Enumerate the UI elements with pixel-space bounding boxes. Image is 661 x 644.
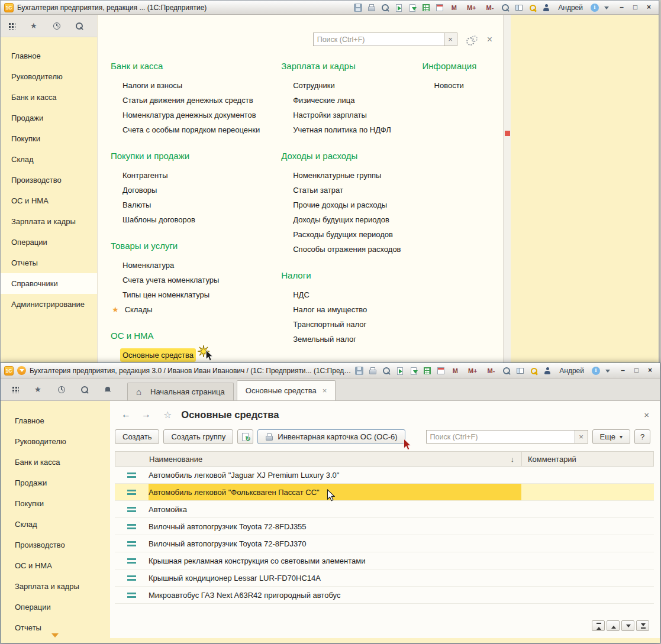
panel-link[interactable]: Контрагенты	[122, 168, 260, 183]
cell-name[interactable]: Крышный кондиционер Lessar LUR-FD70HC14A	[149, 569, 521, 586]
section-title[interactable]: Банк и касса	[111, 60, 260, 72]
sidebar-item[interactable]: Склад	[1, 149, 97, 170]
tab-close-icon[interactable]: ×	[323, 386, 327, 395]
cell-name[interactable]: Автомойка	[149, 501, 521, 517]
table-row[interactable]: Вилочный автопогрузчик Toyota 72-8FDJ355	[115, 518, 654, 535]
table-row[interactable]: Автомобиль легковой "Jaguar XJ Premium L…	[115, 467, 654, 484]
panel-link-label[interactable]: Способы отражения расходов	[293, 245, 401, 254]
sidebar-item[interactable]: ОС и НМА	[1, 190, 97, 211]
create-group-button[interactable]: Создать группу	[163, 429, 233, 444]
table-icon[interactable]	[422, 4, 430, 12]
section-title[interactable]: Товары и услуги	[111, 240, 260, 252]
panel-link[interactable]: Статьи затрат	[293, 183, 401, 198]
sidebar-item[interactable]: Производство	[1, 170, 97, 190]
panel-link[interactable]: Настройки зарплаты	[293, 108, 401, 122]
panel-link[interactable]: Способы отражения расходов	[293, 242, 401, 257]
clear-search-button[interactable]: ×	[575, 430, 588, 444]
table-row[interactable]: Крышная рекламная конструкция со световы…	[115, 552, 654, 569]
panel-link-label[interactable]: Земельный налог	[293, 335, 356, 344]
import-icon[interactable]	[410, 367, 418, 375]
section-title[interactable]: Зарплата и кадры	[281, 60, 401, 72]
minimize-button[interactable]: –	[617, 365, 629, 376]
panel-link[interactable]: Новости	[434, 78, 477, 93]
star-icon[interactable]	[30, 22, 38, 30]
memory-add-button[interactable]: М+	[466, 366, 480, 376]
split-icon[interactable]	[516, 367, 524, 375]
panel-link[interactable]: Прочие доходы и расходы	[293, 198, 401, 212]
export-icon[interactable]	[395, 4, 403, 12]
sidebar-item[interactable]: Справочники	[1, 273, 97, 294]
section-title[interactable]: Информация	[423, 60, 477, 72]
panel-link[interactable]: Налоги и взносы	[122, 78, 260, 93]
panel-link-label[interactable]: Новости	[434, 81, 464, 90]
scroll-up-icon[interactable]	[607, 620, 620, 631]
column-header-comment[interactable]: Комментарий	[522, 455, 653, 464]
table-row[interactable]: Вилочный автопогрузчик Toyota 72-8FDJ370	[115, 535, 654, 552]
print-icon[interactable]	[367, 4, 376, 12]
panel-link-label[interactable]: Склады	[125, 305, 153, 314]
forward-button[interactable]: →	[138, 407, 154, 422]
menu-icon[interactable]	[11, 386, 20, 394]
info-icon[interactable]	[592, 367, 600, 375]
panel-link-label[interactable]: Номенклатурные группы	[293, 171, 381, 180]
panel-link-label[interactable]: Физические лица	[293, 96, 354, 105]
panel-link[interactable]: Транспортный налог	[293, 317, 401, 332]
sidebar-item[interactable]: Руководителю	[1, 66, 97, 87]
panel-link[interactable]: Счета с особым порядком переоценки	[122, 122, 260, 137]
info-icon[interactable]	[591, 4, 599, 12]
minimize-button[interactable]: –	[615, 2, 628, 12]
table-row[interactable]: Крышный кондиционер Lessar LUR-FD70HC14A	[115, 569, 654, 587]
key-icon[interactable]	[528, 4, 537, 12]
panel-link-label[interactable]: Счета с особым порядком переоценки	[122, 125, 260, 134]
cell-name[interactable]: Вилочный автопогрузчик Toyota 72-8FDJ355	[149, 518, 521, 535]
sidebar-item[interactable]: Банк и касса	[1, 87, 97, 108]
user-icon[interactable]	[542, 4, 550, 12]
panel-link-label[interactable]: Договоры	[122, 186, 157, 195]
back-button[interactable]: ←	[118, 407, 134, 422]
sidebar-item[interactable]: Склад	[1, 514, 110, 535]
sidebar-scroll-down-icon[interactable]	[51, 633, 59, 641]
sidebar-item[interactable]: Главное	[1, 410, 110, 431]
preview-icon[interactable]	[381, 4, 389, 12]
sidebar-item[interactable]: Администрирование	[1, 294, 97, 315]
inventory-card-button[interactable]: Инвентарная карточка ОС (ОС-6)	[257, 429, 405, 444]
panel-link[interactable]: Типы цен номенклатуры	[122, 287, 260, 302]
scroll-bottom-icon[interactable]	[636, 620, 649, 631]
panel-scrollbar[interactable]	[503, 15, 511, 368]
key-icon[interactable]	[530, 367, 538, 375]
panel-link-label[interactable]: Прочие доходы и расходы	[293, 200, 387, 209]
sort-desc-icon[interactable]: ↓	[511, 455, 515, 464]
tab[interactable]: Начальная страница	[127, 383, 234, 400]
panel-link-label[interactable]: Номенклатура денежных документов	[122, 111, 256, 119]
preview-icon[interactable]	[382, 367, 391, 375]
panel-link-label[interactable]: НДС	[293, 290, 309, 299]
panel-link[interactable]: Шаблоны договоров	[122, 212, 260, 227]
panel-link-label[interactable]: Валюты	[122, 200, 151, 209]
split-icon[interactable]	[515, 4, 523, 12]
panel-link-label[interactable]: Транспортный налог	[293, 320, 366, 329]
panel-link[interactable]: Доходы будущих периодов	[293, 212, 401, 227]
memory-recall-button[interactable]: М	[449, 3, 459, 12]
star-icon[interactable]	[34, 386, 43, 394]
panel-link[interactable]: Валюты	[122, 198, 260, 212]
zoom-icon[interactable]	[502, 367, 511, 375]
bell-icon[interactable]	[104, 386, 112, 394]
history-icon[interactable]	[53, 22, 61, 30]
sidebar-item[interactable]: Банк и касса	[1, 452, 110, 473]
favorite-star-icon[interactable]: ☆	[163, 409, 172, 420]
panel-link[interactable]: Сотрудники	[293, 78, 401, 93]
panel-link[interactable]: Физические лица	[293, 93, 401, 108]
export-icon[interactable]	[396, 367, 404, 375]
cell-name[interactable]: Вилочный автопогрузчик Toyota 72-8FDJ370	[149, 535, 521, 552]
sidebar-item[interactable]: Операции	[1, 232, 97, 253]
panel-link-label[interactable]: Доходы будущих периодов	[293, 215, 389, 224]
panel-link-label[interactable]: Основные средства	[122, 351, 194, 360]
section-title[interactable]: Доходы и расходы	[281, 150, 401, 162]
zoom-icon[interactable]	[501, 4, 510, 12]
menu-icon[interactable]	[8, 22, 16, 30]
sidebar-item[interactable]: Отчеты	[1, 253, 97, 273]
close-button[interactable]: ×	[643, 2, 655, 12]
sidebar-item[interactable]: Покупки	[1, 128, 97, 149]
cell-name[interactable]: Автомобиль легковой "Фольксваген Пассат …	[149, 484, 521, 500]
gear-icon[interactable]	[466, 35, 478, 44]
